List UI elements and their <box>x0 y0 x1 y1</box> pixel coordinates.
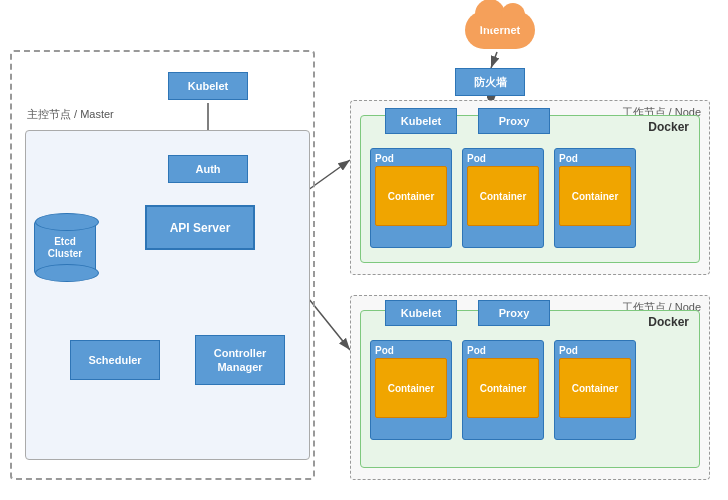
kubelet-master-label: Kubelet <box>188 80 228 92</box>
internet-text: Internet <box>480 24 520 36</box>
docker1-label: Docker <box>648 120 689 134</box>
node1-pod1-container: Container <box>375 166 447 226</box>
node1-pod3: Pod Container <box>554 148 636 248</box>
node1-pod3-label: Pod <box>559 153 578 164</box>
kubelet-master: Kubelet <box>168 72 248 100</box>
etcd-cylinder: EtcdCluster <box>34 220 96 275</box>
auth-label: Auth <box>195 163 220 175</box>
controller-label: ControllerManager <box>214 346 267 375</box>
scheduler-label: Scheduler <box>88 354 141 366</box>
node2-kubelet: Kubelet <box>385 300 457 326</box>
node2-pod3: Pod Container <box>554 340 636 440</box>
node2-pod1: Pod Container <box>370 340 452 440</box>
node2-pod3-label: Pod <box>559 345 578 356</box>
etcd-label: EtcdCluster <box>48 236 82 260</box>
node2-pod2-container: Container <box>467 358 539 418</box>
node2-pod1-container-label: Container <box>388 383 435 394</box>
node2-proxy: Proxy <box>478 300 550 326</box>
node2-pod1-label: Pod <box>375 345 394 356</box>
node2-pod3-container-label: Container <box>572 383 619 394</box>
internet-cloud: Internet <box>460 8 540 52</box>
diagram-container: Internet 防火墙 主控节点 / Master Kubelet Auth … <box>0 0 728 500</box>
svg-line-1 <box>491 52 497 68</box>
etcd-box: EtcdCluster <box>30 210 100 275</box>
node1-pod1-label: Pod <box>375 153 394 164</box>
firewall-box: 防火墙 <box>455 68 525 96</box>
node1-pod1: Pod Container <box>370 148 452 248</box>
auth-box: Auth <box>168 155 248 183</box>
node1-pod2: Pod Container <box>462 148 544 248</box>
scheduler-box: Scheduler <box>70 340 160 380</box>
master-label: 主控节点 / Master <box>27 107 114 122</box>
node2-pod2: Pod Container <box>462 340 544 440</box>
docker2-label: Docker <box>648 315 689 329</box>
node2-kubelet-label: Kubelet <box>401 307 441 319</box>
firewall-label: 防火墙 <box>474 75 507 90</box>
internet-label: Internet <box>465 11 535 49</box>
node1-pod1-container-label: Container <box>388 191 435 202</box>
node2-pod2-container-label: Container <box>480 383 527 394</box>
api-server-box: API Server <box>145 205 255 250</box>
node1-pod2-container-label: Container <box>480 191 527 202</box>
node1-proxy-label: Proxy <box>499 115 530 127</box>
node1-kubelet: Kubelet <box>385 108 457 134</box>
controller-box: ControllerManager <box>195 335 285 385</box>
node2-proxy-label: Proxy <box>499 307 530 319</box>
node2-pod3-container: Container <box>559 358 631 418</box>
node1-proxy: Proxy <box>478 108 550 134</box>
node1-pod2-container: Container <box>467 166 539 226</box>
node2-pod1-container: Container <box>375 358 447 418</box>
node1-pod3-container-label: Container <box>572 191 619 202</box>
node1-pod3-container: Container <box>559 166 631 226</box>
api-server-label: API Server <box>170 221 231 235</box>
node1-pod2-label: Pod <box>467 153 486 164</box>
node2-pod2-label: Pod <box>467 345 486 356</box>
node1-kubelet-label: Kubelet <box>401 115 441 127</box>
